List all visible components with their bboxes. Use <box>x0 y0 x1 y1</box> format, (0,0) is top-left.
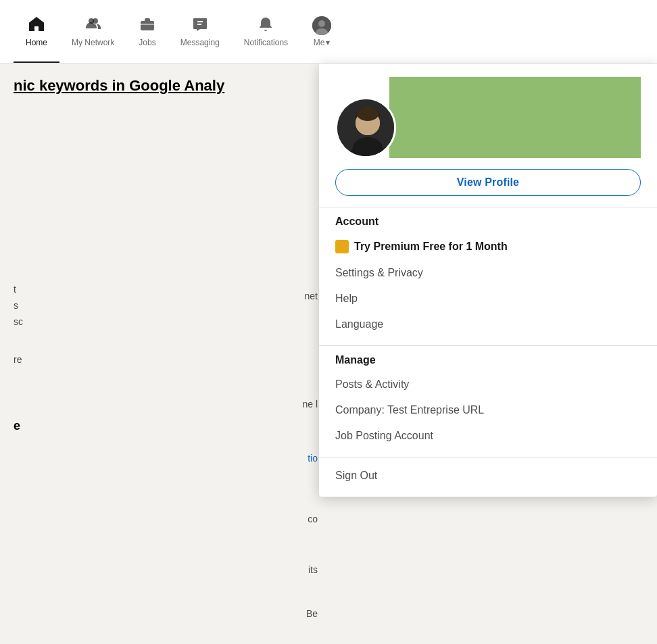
premium-menu-item[interactable]: Try Premium Free for 1 Month <box>335 233 641 260</box>
me-label-row: Me ▾ <box>314 38 331 47</box>
job-posting-label: Job Posting Account <box>335 430 433 442</box>
premium-icon <box>335 240 349 253</box>
home-icon <box>28 16 45 35</box>
language-label: Language <box>335 318 383 330</box>
my-network-label: My Network <box>72 38 114 47</box>
chevron-down-icon: ▾ <box>326 38 330 47</box>
settings-label: Settings & Privacy <box>335 267 423 279</box>
navbar: Home My Network Jobs Messaging Notificat… <box>0 0 657 64</box>
nav-notifications[interactable]: Notifications <box>232 0 300 63</box>
nav-jobs[interactable]: Jobs <box>126 0 168 63</box>
bg-partial-4: re <box>14 354 297 365</box>
job-posting-menu-item[interactable]: Job Posting Account <box>335 423 641 449</box>
profile-section: View Profile <box>319 64 657 207</box>
my-network-icon <box>85 16 101 35</box>
avatar-image <box>312 16 331 35</box>
svg-rect-1 <box>141 21 154 30</box>
settings-menu-item[interactable]: Settings & Privacy <box>335 260 641 286</box>
svg-point-11 <box>357 107 379 121</box>
jobs-icon <box>139 16 155 35</box>
bg-partial-1: t <box>14 284 297 295</box>
home-label: Home <box>26 38 47 47</box>
bg-right-3: tio <box>308 453 318 464</box>
manage-section-title: Manage <box>335 354 641 366</box>
profile-header <box>335 77 641 158</box>
view-profile-button[interactable]: View Profile <box>335 169 641 196</box>
posts-activity-menu-item[interactable]: Posts & Activity <box>335 372 641 397</box>
help-menu-item[interactable]: Help <box>335 286 641 312</box>
company-label: Company: Test Entreprise URL <box>335 404 484 416</box>
premium-label: Try Premium Free for 1 Month <box>354 241 508 253</box>
bg-right-1: net <box>305 291 318 301</box>
bg-right-5: its <box>308 564 318 575</box>
notifications-label: Notifications <box>244 38 288 47</box>
nav-me[interactable]: Me ▾ <box>300 0 343 63</box>
messaging-label: Messaging <box>180 38 220 47</box>
jobs-label: Jobs <box>139 38 155 47</box>
account-section-title: Account <box>335 216 641 228</box>
nav-messaging[interactable]: Messaging <box>168 0 232 63</box>
article-title[interactable]: nic keywords in Google Analy <box>14 77 297 95</box>
me-label: Me <box>314 38 325 47</box>
me-dropdown: View Profile Account Try Premium Free fo… <box>319 64 657 497</box>
bg-partial-2: s <box>14 300 297 311</box>
sign-out-item[interactable]: Sign Out <box>335 466 641 486</box>
profile-banner <box>389 77 641 158</box>
language-menu-item[interactable]: Language <box>335 312 641 337</box>
manage-section: Manage Posts & Activity Company: Test En… <box>319 346 657 457</box>
messaging-icon <box>192 16 208 35</box>
notifications-icon <box>258 16 274 35</box>
help-label: Help <box>335 293 358 305</box>
bg-right-6: Be <box>306 608 318 619</box>
svg-point-4 <box>318 20 325 27</box>
nav-my-network[interactable]: My Network <box>59 0 126 63</box>
bg-right-2: ne l <box>302 399 318 410</box>
bg-partial-5: e <box>14 419 297 433</box>
profile-avatar <box>335 97 396 158</box>
nav-home[interactable]: Home <box>14 0 59 63</box>
avatar <box>312 16 331 35</box>
account-section: Account Try Premium Free for 1 Month Set… <box>319 207 657 345</box>
posts-activity-label: Posts & Activity <box>335 378 409 391</box>
bg-right-4: co <box>308 514 318 524</box>
signout-section: Sign Out <box>319 457 657 497</box>
company-menu-item[interactable]: Company: Test Entreprise URL <box>335 397 641 423</box>
bg-partial-3: sc <box>14 316 297 327</box>
